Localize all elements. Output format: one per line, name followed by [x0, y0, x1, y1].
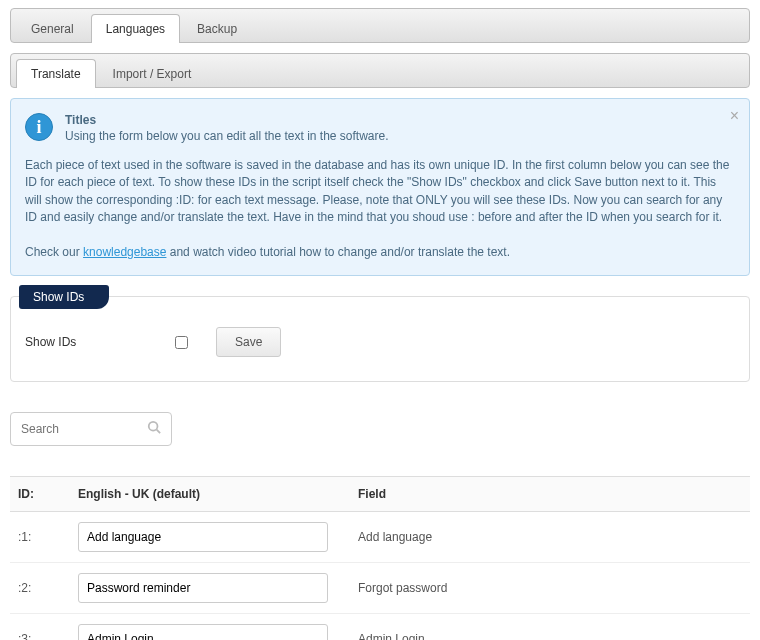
- header-field: Field: [350, 477, 750, 512]
- search-wrap: [10, 412, 172, 446]
- info-subtitle: Using the form below you can edit all th…: [65, 129, 389, 143]
- cell-id: :3:: [10, 614, 70, 640]
- cell-english: [70, 512, 350, 563]
- translations-table: ID: English - UK (default) Field :1:Add …: [10, 476, 750, 640]
- cell-id: :1:: [10, 512, 70, 563]
- info-body-2: Check our knowledgebase and watch video …: [25, 244, 735, 261]
- knowledgebase-link[interactable]: knowledgebase: [83, 245, 166, 259]
- info-body-1: Each piece of text used in the software …: [25, 157, 735, 227]
- info-icon: i: [25, 113, 53, 141]
- tab-secondary-import-export[interactable]: Import / Export: [98, 59, 207, 88]
- svg-line-1: [157, 430, 161, 434]
- close-icon[interactable]: ×: [730, 107, 739, 125]
- info-title: Titles: [65, 113, 389, 127]
- tab-primary-backup[interactable]: Backup: [182, 14, 252, 43]
- cell-field: Admin Login: [350, 614, 750, 640]
- tab-secondary-translate[interactable]: Translate: [16, 59, 96, 88]
- show-ids-legend: Show IDs: [19, 285, 109, 309]
- tab-primary-languages[interactable]: Languages: [91, 14, 180, 43]
- show-ids-label: Show IDs: [25, 335, 175, 349]
- cell-field: Add language: [350, 512, 750, 563]
- info-box: × i Titles Using the form below you can …: [10, 98, 750, 276]
- cell-english: [70, 563, 350, 614]
- table-row: :3:Admin Login: [10, 614, 750, 640]
- show-ids-fieldset: Show IDs Show IDs Save: [10, 296, 750, 382]
- header-english: English - UK (default): [70, 477, 350, 512]
- cell-english: [70, 614, 350, 640]
- cell-field: Forgot password: [350, 563, 750, 614]
- translation-input[interactable]: [78, 624, 328, 640]
- show-ids-checkbox[interactable]: [175, 336, 188, 349]
- primary-tabs: GeneralLanguagesBackup: [10, 8, 750, 43]
- header-id: ID:: [10, 477, 70, 512]
- save-button[interactable]: Save: [216, 327, 281, 357]
- translation-input[interactable]: [78, 522, 328, 552]
- translation-input[interactable]: [78, 573, 328, 603]
- tab-primary-general[interactable]: General: [16, 14, 89, 43]
- table-row: :2:Forgot password: [10, 563, 750, 614]
- search-icon[interactable]: [147, 420, 161, 437]
- secondary-tabs: TranslateImport / Export: [10, 53, 750, 88]
- cell-id: :2:: [10, 563, 70, 614]
- table-row: :1:Add language: [10, 512, 750, 563]
- svg-point-0: [149, 422, 158, 431]
